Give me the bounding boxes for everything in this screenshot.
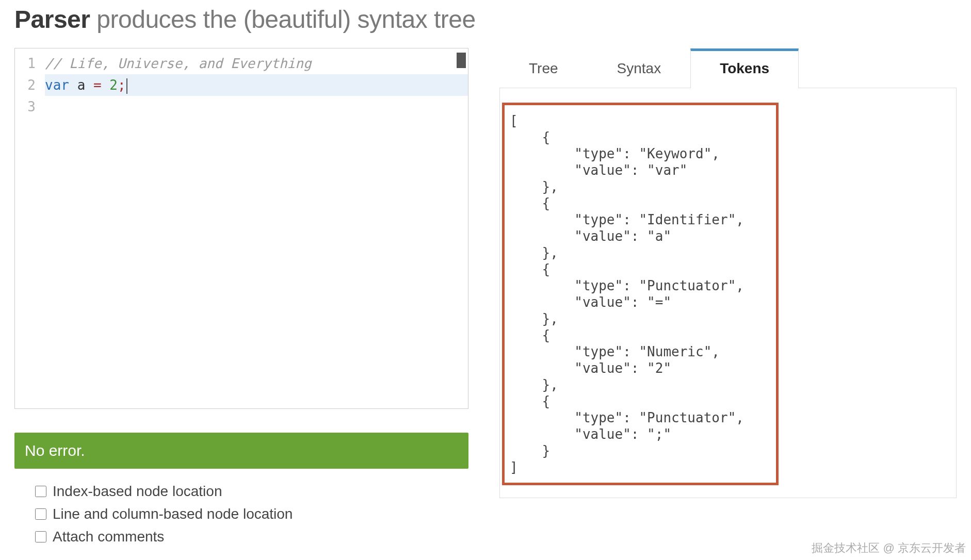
option-row[interactable]: Line and column-based node location [35,506,468,522]
code-token: a [77,77,86,93]
text-cursor [126,78,127,94]
tab-tree[interactable]: Tree [499,48,588,88]
option-row[interactable]: Attach comments [35,529,468,545]
code-editor[interactable]: 123 // Life, Universe, and Everythingvar… [14,48,468,409]
output-panel: [ { "type": "Keyword", "value": "var" },… [499,88,957,498]
code-token: // Life, Universe, and Everything [45,56,312,71]
options-list: Index-based node locationLine and column… [14,483,468,545]
option-label: Attach comments [53,529,164,545]
code-token: = [93,77,102,93]
tabs: TreeSyntaxTokens [499,48,957,88]
option-label: Index-based node location [53,483,222,500]
option-row[interactable]: Index-based node location [35,483,468,500]
status-bar: No error. [14,433,468,469]
status-message: No error. [25,442,85,459]
page-title-strong: Parser [14,6,90,33]
page-title: Parser produces the (beautiful) syntax t… [14,5,957,34]
code-token: var [45,77,69,93]
code-token [102,77,110,93]
editor-code-area[interactable]: // Life, Universe, and Everythingvar a =… [41,48,468,118]
tokens-output: [ { "type": "Keyword", "value": "var" },… [502,103,779,485]
option-checkbox[interactable] [35,531,46,542]
tab-tokens[interactable]: Tokens [690,48,799,88]
option-checkbox[interactable] [35,486,46,497]
watermark: 掘金技术社区 @ 京东云开发者 [812,540,966,556]
page-title-rest: produces the (beautiful) syntax tree [90,6,475,33]
editor-gutter: 123 [15,48,41,118]
code-line[interactable] [45,96,468,118]
code-token: ; [118,77,126,93]
line-number: 1 [15,53,36,74]
line-number: 3 [15,96,36,118]
code-line[interactable]: // Life, Universe, and Everything [45,53,468,74]
code-token [69,77,77,93]
option-label: Line and column-based node location [53,506,293,522]
code-token [85,77,93,93]
option-checkbox[interactable] [35,508,46,520]
code-token: 2 [109,77,118,93]
code-line[interactable]: var a = 2; [45,74,468,96]
tab-syntax[interactable]: Syntax [588,48,691,88]
line-number: 2 [15,74,36,96]
